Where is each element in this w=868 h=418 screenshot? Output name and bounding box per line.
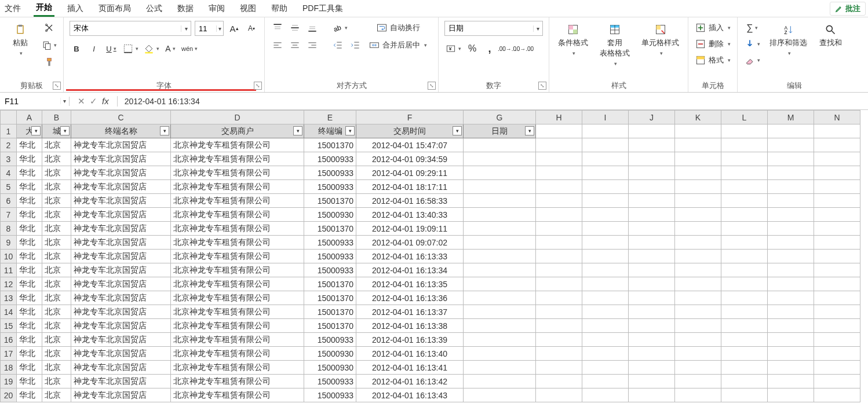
row-header-9[interactable]: 9 [1,236,17,250]
row-header-14[interactable]: 14 [1,305,17,319]
pinyin-button[interactable]: wén [181,42,198,56]
increase-indent-button[interactable] [348,38,362,52]
filter-button[interactable]: ▾ [525,126,534,135]
cell[interactable]: 华北 [17,236,42,250]
font-family-input[interactable] [70,24,181,33]
cell[interactable] [768,124,814,138]
cell[interactable] [768,152,814,166]
cell[interactable]: 华北 [17,361,42,375]
cell[interactable]: 北京神龙专车租赁有限公司 [171,347,304,361]
col-header-C[interactable]: C [71,111,171,124]
cell[interactable] [464,138,536,152]
chevron-down-icon[interactable]: ▾ [60,98,69,104]
cell[interactable] [721,277,768,291]
cell[interactable] [721,361,768,375]
cell[interactable] [536,347,582,361]
cell[interactable] [814,305,860,319]
row-header-8[interactable]: 8 [1,222,17,236]
cell[interactable]: 北京神龙专车租赁有限公司 [171,333,304,347]
cell[interactable] [768,388,814,402]
row-header-10[interactable]: 10 [1,250,17,263]
cell[interactable] [464,250,536,263]
formula-input[interactable]: 2012-04-01 16:13:34 [118,97,868,106]
row-header-18[interactable]: 18 [1,361,17,375]
row-header-13[interactable]: 13 [1,291,17,305]
cell[interactable]: 北京神龙专车租赁有限公司 [171,319,304,333]
cell[interactable] [464,291,536,305]
cell[interactable]: 神龙专车北京国贸店 [71,208,171,222]
cell[interactable] [464,166,536,180]
chevron-down-icon[interactable]: ▾ [181,25,191,32]
increase-decimal-button[interactable]: .00→.0 [500,42,514,56]
cell[interactable]: 15000930 [304,208,356,222]
cell[interactable] [629,333,675,347]
font-family-combo[interactable]: ▾ [70,21,191,36]
cell[interactable] [536,375,582,388]
cell[interactable] [464,263,536,277]
cell[interactable] [675,152,721,166]
cell[interactable] [721,347,768,361]
menu-review[interactable]: 审阅 [206,1,227,16]
col-header-E[interactable]: E [304,111,356,124]
cell[interactable]: 北京 [42,319,71,333]
menu-insert[interactable]: 插入 [65,1,86,16]
cell[interactable] [629,388,675,402]
find-select-button[interactable]: 查找和 [816,21,845,51]
cell[interactable]: 15000933 [304,236,356,250]
cell[interactable] [629,361,675,375]
cell[interactable]: 2012-04-01 16:13:38 [356,319,464,333]
cell[interactable]: 北京神龙专车租赁有限公司 [171,222,304,236]
cell[interactable]: 华北 [17,222,42,236]
cell[interactable]: 北京 [42,236,71,250]
cell[interactable] [675,291,721,305]
cell[interactable] [629,222,675,236]
cell[interactable]: 2012-04-01 16:13:34 [356,263,464,277]
row-header-6[interactable]: 6 [1,194,17,208]
cell[interactable] [464,194,536,208]
cell[interactable]: 神龙专车北京国贸店 [71,388,171,402]
cell[interactable] [721,375,768,388]
cell[interactable]: 2012-04-01 16:13:39 [356,333,464,347]
cell[interactable]: 神龙专车北京国贸店 [71,166,171,180]
cell[interactable]: 华北 [17,277,42,291]
cell[interactable]: 2012-04-01 16:58:33 [356,194,464,208]
cell[interactable] [536,361,582,375]
cell[interactable] [536,236,582,250]
cell[interactable] [582,208,629,222]
cell[interactable] [675,250,721,263]
row-header-20[interactable]: 20 [1,388,17,402]
cell[interactable]: 华北 [17,347,42,361]
font-size-combo[interactable]: ▾ [195,21,224,36]
cell[interactable] [629,208,675,222]
filter-button[interactable]: ▾ [60,126,70,135]
cell[interactable] [721,291,768,305]
cell[interactable]: 2012-04-01 09:07:02 [356,236,464,250]
fill-button[interactable] [743,37,761,51]
cut-button[interactable] [41,21,57,35]
cell[interactable] [629,319,675,333]
menu-file[interactable]: 文件 [2,1,23,16]
cell[interactable] [536,263,582,277]
cell[interactable] [675,222,721,236]
cell[interactable] [814,208,860,222]
cell[interactable]: 神龙专车北京国贸店 [71,305,171,319]
cell[interactable] [464,333,536,347]
cell[interactable] [582,222,629,236]
cell[interactable]: 北京 [42,375,71,388]
cell[interactable]: 北京 [42,250,71,263]
autosum-button[interactable]: ∑ [743,21,761,35]
cell[interactable]: 华北 [17,388,42,402]
cell[interactable] [536,208,582,222]
cell[interactable] [464,361,536,375]
cell[interactable] [629,138,675,152]
chevron-down-icon[interactable]: ▾ [216,25,223,32]
menu-formula[interactable]: 公式 [144,1,165,16]
cell[interactable] [814,236,860,250]
cell[interactable] [582,347,629,361]
cell[interactable] [629,124,675,138]
cell[interactable]: 15001370 [304,222,356,236]
cell[interactable] [675,305,721,319]
cell[interactable]: 北京 [42,194,71,208]
cell[interactable] [768,277,814,291]
cell[interactable] [721,194,768,208]
